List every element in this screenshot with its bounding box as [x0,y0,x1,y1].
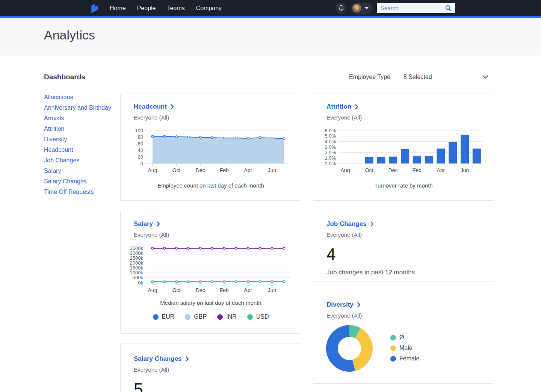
svg-text:2.0%: 2.0% [325,150,336,155]
diversity-legend-item-female: Female [390,355,419,362]
salary-changes-card: Salary Changes Everyone (All) 5 [120,344,301,392]
sidebar-link-arrivals[interactable]: Arrivals [44,115,116,122]
salary-changes-card-title-link[interactable]: Salary Changes [134,355,301,363]
attrition-card-title: Attrition [326,103,351,110]
job-changes-card-title: Job Changes [326,220,367,228]
svg-text:500k: 500k [133,275,144,280]
salary-card: Salary Everyone (All) 0k500k1000k1500k20… [120,211,301,334]
sidebar-link-diversity[interactable]: Diversity [44,136,116,143]
sidebar-link-headcount[interactable]: Headcount [44,146,116,154]
page-title: Analytics [0,18,541,42]
salary-card-title: Salary [134,220,153,228]
nav-item-people[interactable]: People [137,5,156,12]
left-column: Headcount Everyone (All) 020406080100Aug… [120,94,301,392]
svg-text:5.0%: 5.0% [325,133,336,139]
nav-item-company[interactable]: Company [196,5,222,12]
diversity-legend-label: Male [399,345,413,351]
svg-text:1500k: 1500k [130,265,144,271]
legend-label-gbp: GBP [194,313,207,320]
svg-text:1000k: 1000k [130,270,144,275]
headcount-card-title-link[interactable]: Headcount [134,103,301,110]
attrition-card: Attrition Everyone (All) 0.0%1.0%2.0%3.0… [313,94,494,201]
salary-changes-card-subtitle: Everyone (All) [134,366,301,373]
page-header-band: Analytics [0,18,541,56]
diversity-legend-dot [390,345,396,351]
sidebar-link-job-changes[interactable]: Job Changes [44,157,116,164]
diversity-legend-item-male: Male [390,345,419,351]
chevron-down-icon [482,75,488,79]
diversity-card: Diversity Everyone (All) ØMaleFemale [313,292,494,384]
svg-text:Jun: Jun [268,167,277,173]
cards-area: Headcount Everyone (All) 020406080100Aug… [120,94,494,392]
employee-type-select[interactable]: 5 Selected [398,70,494,84]
job-changes-caption: Job changes in past 12 months [326,269,494,276]
attrition-caption: Turnover rate by month [313,182,494,189]
salary-caption: Median salary on last day of each month [121,300,301,306]
employee-type-filter: Employee Type 5 Selected [349,70,494,84]
search-icon[interactable] [445,5,452,12]
headcount-chart: 020406080100AugOctDecFebAprJun [127,126,296,176]
legend-label-inr: INR [226,313,237,320]
diversity-card-title-link[interactable]: Diversity [326,301,494,309]
diversity-legend-item-null: Ø [390,334,419,341]
user-menu[interactable] [351,3,373,14]
svg-text:Aug: Aug [341,167,350,173]
svg-text:3500k: 3500k [130,245,144,251]
svg-text:100: 100 [135,128,143,133]
headcount-card-title: Headcount [134,103,167,110]
sidebar-link-attrition[interactable]: Attrition [44,125,116,133]
legend-item-usd: USD [247,313,269,320]
attrition-card-title-link[interactable]: Attrition [326,103,494,110]
salary-card-title-link[interactable]: Salary [134,220,301,228]
namely-logo[interactable] [89,2,99,14]
sidebar-link-anniversary-and-birthday[interactable]: Anniversary and Birthday [44,104,116,112]
legend-dot-eur [153,314,159,320]
salary-legend: EURGBPINRUSD [121,313,301,320]
nav-item-teams[interactable]: Teams [167,5,185,12]
svg-text:3000k: 3000k [130,250,144,256]
search-input[interactable] [381,5,445,11]
svg-text:Apr: Apr [244,167,252,173]
notifications-button[interactable] [336,3,347,14]
dashboards-heading: Dashboards [44,73,85,81]
main-layout: AllocationsAnniversary and BirthdayArriv… [44,94,494,392]
nav-right [336,3,455,14]
sidebar-link-salary[interactable]: Salary [44,167,116,175]
headcount-card-subtitle: Everyone (All) [134,114,301,121]
svg-text:6.0%: 6.0% [325,128,336,133]
sidebar-link-time-off-requests[interactable]: Time Off Requests [44,188,116,196]
svg-text:60: 60 [138,141,143,147]
svg-text:Jun: Jun [268,287,277,293]
sidebar-link-salary-changes[interactable]: Salary Changes [44,178,116,185]
job-changes-card-subtitle: Everyone (All) [326,232,494,238]
diversity-donut-chart [325,324,374,373]
svg-text:Dec: Dec [388,167,398,173]
svg-text:Oct: Oct [172,167,181,173]
bell-icon [339,5,344,11]
nav-item-home[interactable]: Home [110,5,126,12]
svg-text:0.0%: 0.0% [325,161,336,166]
svg-text:3.0%: 3.0% [325,144,336,150]
sidebar-link-allocations[interactable]: Allocations [44,94,116,101]
chevron-right-icon [186,356,189,362]
diversity-card-subtitle: Everyone (All) [326,312,494,319]
svg-text:2500k: 2500k [130,255,144,261]
content: Dashboards Employee Type 5 Selected Allo… [0,70,541,392]
diversity-legend: ØMaleFemale [390,334,419,366]
job-changes-card-title-link[interactable]: Job Changes [326,220,494,228]
search-box [377,3,455,13]
diversity-legend-label: Female [399,355,419,362]
attrition-card-subtitle: Everyone (All) [326,114,494,121]
salary-chart: 0k500k1000k1500k2000k2500k3000k3500kAugO… [127,243,296,295]
dashboards-sidebar: AllocationsAnniversary and BirthdayArriv… [44,94,120,392]
svg-text:Dec: Dec [196,287,205,293]
job-changes-card: Job Changes Everyone (All) 4 Job changes… [313,211,494,282]
headcount-card: Headcount Everyone (All) 020406080100Aug… [120,94,301,201]
chevron-right-icon [157,221,160,227]
salary-card-subtitle: Everyone (All) [134,232,301,238]
legend-label-eur: EUR [162,313,175,320]
diversity-card-title: Diversity [326,301,354,309]
chevron-right-icon [171,104,174,109]
chevron-right-icon [370,221,374,227]
job-changes-value: 4 [326,246,494,263]
